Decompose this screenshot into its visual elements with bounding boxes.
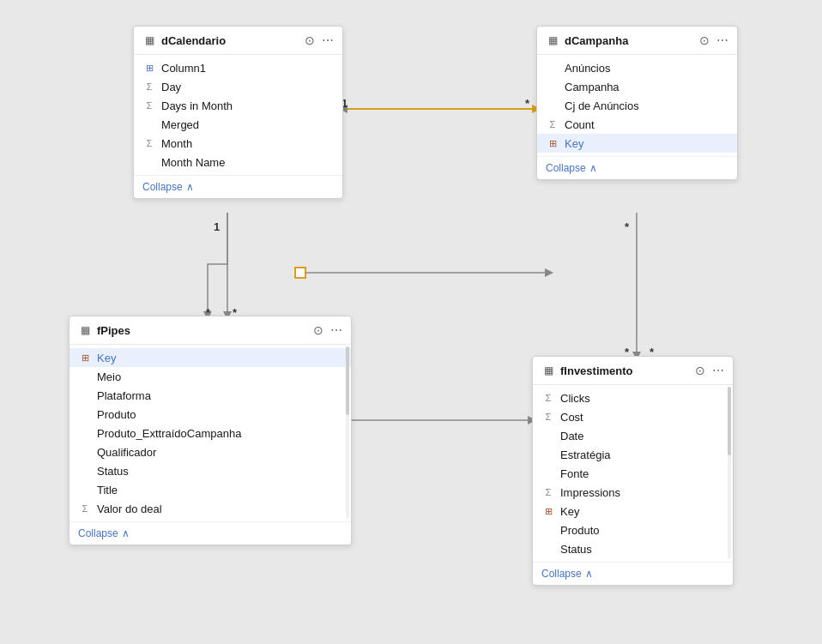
diagram-canvas: 1 * 1 * * * * * ▦ dCalendario ⊙ ⋯ ⊞ Colu… [0, 0, 822, 644]
collapse-dCampanha[interactable]: Collapse ∧ [537, 156, 737, 179]
table-header-fInvestimento: ▦ fInvestimento ⊙ ⋯ [533, 357, 733, 385]
field-name-Count: Count [565, 118, 595, 131]
table-fInvestimento: ▦ fInvestimento ⊙ ⋯ Σ Clicks Σ Cost Date [532, 356, 734, 586]
empty-icon-Campanha [546, 80, 559, 93]
field-row-Day: Σ Day [134, 77, 342, 96]
empty-icon-Title [78, 483, 92, 497]
empty-icon-Produto-fInvestimento [541, 523, 555, 537]
empty-icon-ProdutoExt [78, 426, 92, 440]
calendar-icon-Column1: ⊞ [142, 61, 156, 75]
field-row-Campanha: Campanha [537, 77, 737, 96]
empty-icon-MonthName [142, 155, 156, 169]
collapse-label-fInvestimento: Collapse [541, 568, 582, 580]
header-actions-fInvestimento: ⊙ ⋯ [695, 364, 724, 377]
eye-icon-dCampanha[interactable]: ⊙ [699, 33, 710, 47]
collapse-label-dCampanha: Collapse [546, 162, 586, 174]
field-row-Produto-fInvestimento: Produto [533, 521, 733, 539]
field-row-Impressions: Σ Impressions [533, 483, 733, 502]
table-body-fInvestimento: Σ Clicks Σ Cost Date Estratégia Fonte Σ [533, 385, 733, 562]
field-row-Plataforma: Plataforma [70, 386, 351, 405]
field-row-Meio: Meio [70, 367, 351, 386]
field-name-Month: Month [161, 137, 192, 150]
empty-icon-Qualificador [78, 445, 92, 459]
field-row-Qualificador: Qualificador [70, 442, 351, 461]
table-body-dCalendario: ⊞ Column1 Σ Day Σ Days in Month Merged Σ… [134, 55, 342, 175]
more-icon-dCalendario[interactable]: ⋯ [322, 33, 334, 47]
field-row-ProdutoExt: Produto_ExttraídoCampanha [70, 424, 351, 442]
sigma-icon-Month: Σ [142, 136, 156, 150]
sigma-icon-ValorDeal: Σ [78, 502, 92, 515]
empty-icon-Plataforma [78, 388, 92, 402]
scrollbar-track-fPipes[interactable] [346, 346, 349, 519]
collapse-label-fPipes: Collapse [78, 527, 118, 539]
empty-icon-Estrategia [541, 448, 555, 461]
collapse-arrow-dCalendario: ∧ [186, 181, 194, 193]
field-row-Title: Title [70, 480, 351, 499]
table-title-dCalendario: dCalendario [161, 34, 299, 47]
more-icon-dCampanha[interactable]: ⋯ [716, 33, 728, 47]
field-row-Anuncios: Anúncios [537, 58, 737, 77]
empty-icon-Status-fPipes [78, 464, 92, 478]
eye-icon-dCalendario[interactable]: ⊙ [305, 33, 315, 47]
field-name-MonthName: Month Name [161, 156, 225, 169]
field-row-CjAnuncios: Cj de Anúncios [537, 96, 737, 115]
table-title-fPipes: fPipes [97, 324, 308, 337]
table-header-fPipes: ▦ fPipes ⊙ ⋯ [70, 316, 351, 345]
sigma-icon-Cost: Σ [541, 410, 555, 424]
more-icon-fInvestimento[interactable]: ⋯ [712, 364, 724, 377]
sigma-icon-Impressions: Σ [541, 485, 555, 499]
empty-icon-Fonte [541, 466, 555, 480]
field-name-Produto-fPipes: Produto [97, 408, 136, 421]
field-name-Status-fInvestimento: Status [560, 543, 592, 556]
collapse-fPipes[interactable]: Collapse ∧ [70, 521, 351, 545]
key-icon-fInvestimento: ⊞ [541, 504, 555, 518]
empty-icon-Anuncios [546, 61, 559, 75]
field-name-Key-fPipes: Key [97, 352, 116, 364]
header-actions-dCampanha: ⊙ ⋯ [699, 33, 728, 47]
table-header-dCalendario: ▦ dCalendario ⊙ ⋯ [134, 27, 342, 55]
empty-icon-Meio [78, 370, 92, 383]
scrollbar-thumb-fPipes [346, 346, 349, 415]
svg-marker-9 [545, 268, 553, 277]
field-row-Cost: Σ Cost [533, 407, 733, 426]
empty-icon-CjAnuncios [546, 99, 559, 112]
field-name-Clicks: Clicks [560, 392, 590, 405]
scrollbar-track-fInvestimento[interactable] [728, 387, 731, 559]
sigma-icon-Clicks: Σ [541, 391, 555, 405]
field-row-Status-fPipes: Status [70, 461, 351, 480]
table-dCalendario: ▦ dCalendario ⊙ ⋯ ⊞ Column1 Σ Day Σ Days… [133, 26, 343, 199]
field-name-Campanha: Campanha [565, 81, 620, 93]
cardinality-1-dcalendario-bottom: 1 [214, 220, 220, 233]
field-row-Clicks: Σ Clicks [533, 388, 733, 407]
table-title-fInvestimento: fInvestimento [560, 364, 690, 377]
table-dCampanha: ▦ dCampanha ⊙ ⋯ Anúncios Campanha Cj de … [536, 26, 738, 180]
scrollbar-thumb-fInvestimento [728, 387, 731, 455]
collapse-fInvestimento[interactable]: Collapse ∧ [533, 562, 733, 585]
eye-icon-fInvestimento[interactable]: ⊙ [695, 364, 705, 377]
table-fPipes: ▦ fPipes ⊙ ⋯ ⊞ Key Meio Plataforma Pro [69, 316, 352, 545]
field-name-Cost: Cost [560, 411, 583, 424]
field-name-Day: Day [161, 81, 181, 93]
cardinality-star-dcampanha: * [525, 97, 529, 110]
empty-icon-Merged [142, 117, 156, 131]
eye-icon-fPipes[interactable]: ⊙ [313, 323, 323, 337]
field-row-Fonte: Fonte [533, 464, 733, 483]
field-name-Column1: Column1 [161, 62, 206, 75]
field-row-Merged: Merged [134, 115, 342, 134]
sigma-icon-DaysInMonth: Σ [142, 99, 156, 112]
field-name-Produto-fInvestimento: Produto [560, 524, 600, 537]
field-row-Produto-fPipes: Produto [70, 405, 351, 424]
more-icon-fPipes[interactable]: ⋯ [330, 323, 342, 337]
collapse-arrow-fPipes: ∧ [122, 527, 130, 539]
key-icon-fPipes: ⊞ [78, 351, 92, 364]
field-row-Key-dCampanha: ⊞ Key [537, 134, 737, 153]
empty-icon-Status-fInvestimento [541, 542, 555, 556]
field-row-Count: Σ Count [537, 115, 737, 134]
collapse-dCalendario[interactable]: Collapse ∧ [134, 175, 342, 198]
field-row-DaysInMonth: Σ Days in Month [134, 96, 342, 115]
field-name-ProdutoExt: Produto_ExttraídoCampanha [97, 427, 241, 440]
collapse-label-dCalendario: Collapse [142, 181, 183, 193]
field-name-Fonte: Fonte [560, 467, 589, 480]
table-icon-dCalendario: ▦ [142, 33, 156, 47]
field-name-CjAnuncios: Cj de Anúncios [565, 99, 639, 112]
